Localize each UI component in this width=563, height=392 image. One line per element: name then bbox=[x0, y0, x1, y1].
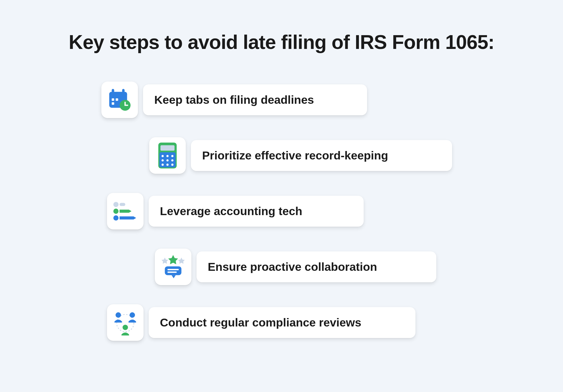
team-review-icon bbox=[107, 304, 144, 341]
svg-point-12 bbox=[166, 155, 169, 157]
step-4: Ensure proactive collaboration bbox=[155, 249, 436, 285]
step-5: Conduct regular compliance reviews bbox=[107, 304, 415, 341]
step-5-label: Conduct regular compliance reviews bbox=[149, 307, 415, 338]
svg-point-28 bbox=[116, 312, 121, 318]
svg-point-13 bbox=[171, 155, 173, 157]
svg-point-23 bbox=[113, 215, 119, 220]
svg-point-20 bbox=[113, 202, 119, 207]
step-2-label: Prioritize effective record-keeping bbox=[191, 140, 452, 171]
svg-point-18 bbox=[166, 164, 169, 166]
svg-point-29 bbox=[129, 312, 135, 318]
svg-point-17 bbox=[162, 164, 164, 166]
svg-rect-4 bbox=[112, 98, 114, 101]
svg-rect-2 bbox=[112, 89, 114, 94]
calculator-icon bbox=[149, 137, 186, 174]
svg-point-22 bbox=[113, 209, 119, 214]
svg-rect-21 bbox=[120, 203, 125, 206]
svg-point-19 bbox=[171, 164, 173, 166]
calendar-clock-icon bbox=[101, 82, 138, 118]
svg-rect-5 bbox=[116, 98, 118, 101]
step-1: Keep tabs on filing deadlines bbox=[101, 82, 367, 118]
svg-rect-3 bbox=[122, 89, 125, 94]
step-3-label: Leverage accounting tech bbox=[149, 196, 364, 227]
svg-rect-9 bbox=[160, 145, 175, 151]
svg-point-30 bbox=[122, 325, 128, 330]
svg-rect-25 bbox=[167, 269, 179, 270]
svg-rect-26 bbox=[167, 272, 177, 273]
svg-point-16 bbox=[171, 159, 173, 161]
page-title: Key steps to avoid late filing of IRS Fo… bbox=[0, 31, 563, 53]
bars-progress-icon bbox=[107, 193, 144, 229]
svg-rect-24 bbox=[165, 266, 182, 275]
step-3: Leverage accounting tech bbox=[107, 193, 364, 229]
step-4-label: Ensure proactive collaboration bbox=[196, 251, 436, 282]
svg-point-11 bbox=[162, 155, 164, 157]
step-1-label: Keep tabs on filing deadlines bbox=[143, 84, 367, 115]
step-2: Prioritize effective record-keeping bbox=[149, 137, 452, 174]
svg-point-14 bbox=[162, 159, 164, 161]
svg-rect-6 bbox=[112, 102, 114, 105]
svg-point-15 bbox=[166, 159, 169, 161]
feedback-stars-icon bbox=[155, 249, 191, 285]
